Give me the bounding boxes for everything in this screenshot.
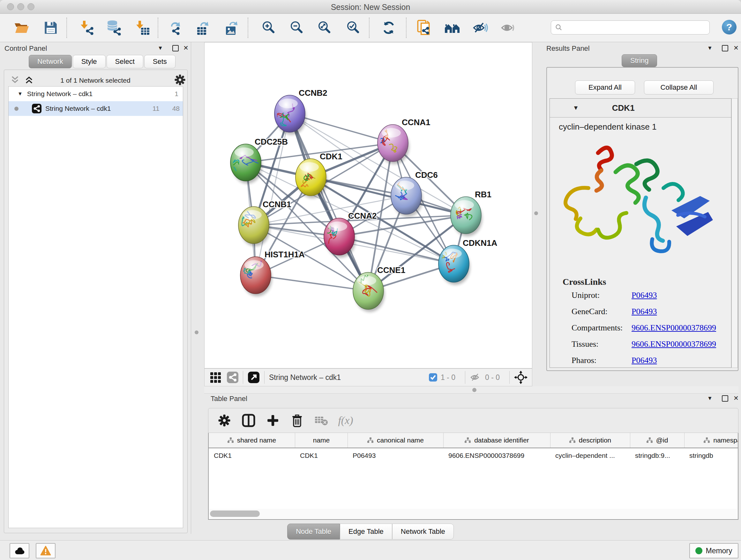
crosslink-link[interactable]: 9606.ENSP00000378699 (631, 323, 716, 333)
panel-menu-chevron-icon[interactable]: ▼ (707, 45, 713, 51)
network-view-icon[interactable] (227, 372, 239, 383)
export-image-button[interactable] (223, 20, 241, 35)
network-node-RB1[interactable]: RB1 (451, 190, 491, 236)
network-node-HIST1H1A[interactable]: HIST1H1A (238, 250, 305, 296)
panel-menu-chevron-icon[interactable]: ▼ (707, 395, 713, 401)
tab-node-table[interactable]: Node Table (287, 523, 340, 540)
network-overview-button[interactable] (444, 20, 461, 35)
search-input[interactable] (551, 20, 710, 35)
tab-style[interactable]: Style (73, 55, 106, 68)
crosslink-link[interactable]: P06493 (631, 307, 657, 316)
panel-close-icon[interactable]: ✕ (733, 395, 739, 401)
zoom-selected-button[interactable] (344, 20, 362, 35)
show-columns-button[interactable] (237, 414, 261, 427)
tab-network[interactable]: Network (29, 55, 72, 68)
collapse-all-button[interactable]: Collapse All (644, 80, 714, 95)
network-edge[interactable] (290, 114, 368, 291)
hide-panels-button[interactable] (471, 20, 489, 35)
canvas-table-splitter[interactable] (204, 386, 738, 394)
statusbar: Memory (0, 540, 741, 560)
table-cell[interactable]: stringdb:9... (630, 448, 684, 463)
network-node-CDC25B[interactable]: CDC25B (227, 137, 288, 184)
export-network-button[interactable] (167, 20, 185, 35)
table-cell[interactable]: stringdb (684, 448, 738, 463)
table-row[interactable]: CDK1CDK1P064939606.ENSP00000378699cyclin… (209, 448, 738, 463)
network-node-CDC6[interactable]: CDC6 (391, 170, 438, 217)
crosslink-link[interactable]: P06493 (631, 356, 657, 365)
delete-table-button[interactable] (309, 415, 333, 426)
zoom-out-button[interactable] (288, 20, 306, 35)
column-header-canonical-name[interactable]: canonical name (347, 433, 443, 448)
column-header-shared-name[interactable]: shared name (209, 433, 295, 448)
column-header-description[interactable]: description (550, 433, 630, 448)
network-edge[interactable] (256, 275, 368, 291)
panel-menu-chevron-icon[interactable]: ▼ (158, 45, 163, 51)
table-cell[interactable]: P06493 (347, 448, 443, 463)
table-options-button[interactable] (212, 414, 237, 427)
warnings-button[interactable] (36, 543, 56, 558)
network-collection-row[interactable]: ▼ String Network – cdk1 1 (9, 86, 183, 101)
tab-edge-table[interactable]: Edge Table (340, 523, 392, 540)
column-header-name[interactable]: name (295, 433, 347, 448)
network-node-CCNB2[interactable]: CCNB2 (274, 88, 327, 135)
network-graph[interactable]: CCNB2 CCNA1 CDC25B CDK1 CDC6 (205, 43, 532, 368)
column-header-namespace[interactable]: namespace (684, 433, 738, 448)
protein-section-header[interactable]: ▼ CDK1 (550, 99, 731, 118)
zoom-fit-button[interactable] (316, 20, 333, 35)
section-collapse-caret-icon[interactable]: ▼ (573, 105, 579, 111)
left-splitter-handle[interactable] (195, 330, 199, 334)
expand-all-button[interactable]: Expand All (575, 80, 635, 95)
refresh-button[interactable] (380, 20, 398, 35)
results-scrollbar[interactable] (731, 98, 738, 368)
show-panels-button[interactable] (499, 20, 517, 35)
column-header-database-identifier[interactable]: database identifier (443, 433, 550, 448)
network-row-selected[interactable]: String Network – cdk1 11 48 (9, 101, 183, 116)
table-cell[interactable]: cyclin–dependent ... (550, 448, 630, 463)
tab-string[interactable]: String (622, 54, 657, 67)
network-node-CCNB1[interactable]: CCNB1 (237, 199, 291, 246)
panel-close-icon[interactable]: ✕ (733, 45, 739, 51)
help-button[interactable]: ? (722, 20, 737, 35)
function-builder-button[interactable]: f(x) (333, 415, 358, 427)
create-column-button[interactable] (261, 415, 285, 427)
import-network-from-file-button[interactable] (78, 20, 96, 35)
network-node-CCNE1[interactable]: CCNE1 (353, 265, 405, 312)
splitter-handle[interactable] (472, 388, 476, 392)
detach-view-icon[interactable] (248, 371, 260, 383)
right-splitter-handle[interactable] (534, 211, 538, 215)
table-cell[interactable]: 9606.ENSP00000378699 (443, 448, 550, 463)
table-cell[interactable]: CDK1 (209, 448, 295, 463)
tab-network-table[interactable]: Network Table (392, 523, 454, 540)
table-horizontal-scrollbar[interactable] (209, 509, 737, 518)
open-session-button[interactable] (13, 20, 30, 35)
panel-float-icon[interactable] (722, 395, 728, 401)
delete-column-button[interactable] (285, 414, 309, 427)
network-node-CCNA1[interactable]: CCNA1 (378, 118, 430, 164)
import-network-from-database-button[interactable] (105, 20, 123, 35)
panel-close-icon[interactable]: ✕ (183, 45, 189, 51)
cloud-status-button[interactable] (10, 543, 29, 558)
column-header--id[interactable]: @id (630, 433, 684, 448)
memory-button[interactable]: Memory (689, 543, 738, 558)
grid-view-icon[interactable] (210, 371, 222, 384)
duplicate-network-button[interactable] (415, 20, 433, 35)
tree-expand-caret-icon[interactable]: ▼ (17, 91, 23, 97)
network-edge[interactable] (339, 237, 454, 264)
tab-sets[interactable]: Sets (144, 55, 176, 68)
hidden-count: 0 - 0 (485, 373, 500, 382)
panel-float-icon[interactable] (722, 45, 728, 51)
network-canvas[interactable]: CCNB2 CCNA1 CDC25B CDK1 CDC6 (204, 42, 532, 368)
export-table-button[interactable] (195, 20, 212, 35)
zoom-in-button[interactable] (260, 20, 278, 35)
tab-select[interactable]: Select (107, 55, 143, 68)
crosslink-link[interactable]: P06493 (631, 291, 657, 300)
import-table-from-file-button[interactable] (133, 20, 151, 35)
crosslink-link[interactable]: 9606.ENSP00000378699 (631, 339, 716, 349)
panel-float-icon[interactable] (172, 45, 179, 51)
selected-checkbox-icon[interactable] (428, 373, 437, 382)
table-cell[interactable]: CDK1 (295, 448, 347, 463)
scrollbar-thumb[interactable] (210, 510, 260, 517)
network-options-gear-icon[interactable] (174, 74, 186, 85)
fit-content-crosshair-icon[interactable] (514, 371, 528, 384)
save-session-button[interactable] (42, 20, 60, 35)
